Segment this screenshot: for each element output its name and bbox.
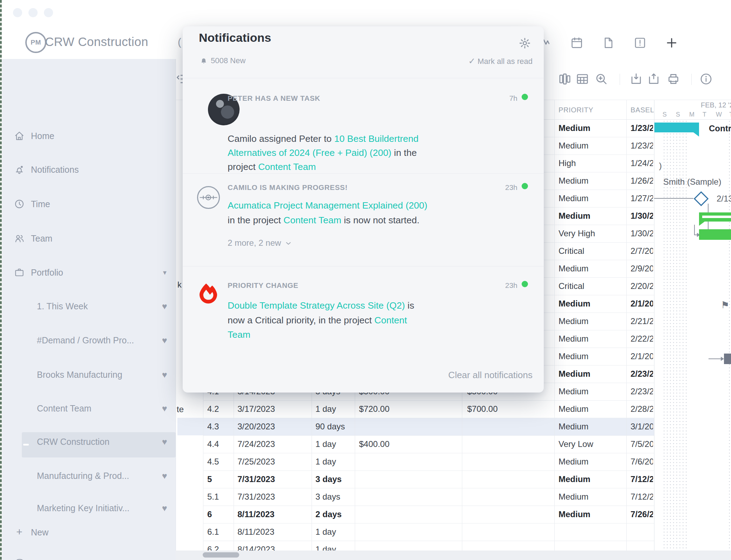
app-window: PM CRW Construction ( HomeNotificationsT… — [0, 0, 731, 560]
column-header-baseline[interactable]: BASELINE — [631, 106, 654, 114]
notification-text: project — [228, 162, 258, 172]
table-row[interactable]: 4.47/24/20231 day$400.00Very Low7/5/20 — [203, 435, 654, 453]
add-tab-icon[interactable] — [665, 36, 678, 50]
sidebar-item-label: Time — [31, 199, 50, 209]
cell-priority: Medium — [559, 369, 590, 379]
table-row[interactable]: 4.57/25/20231 dayMedium7/6/20 — [203, 453, 654, 471]
favorite-heart-icon[interactable]: ♥ — [162, 301, 167, 311]
cell-baseline: 2/9/20 — [631, 264, 653, 274]
sidebar-item-home[interactable]: Home — [2, 125, 176, 147]
cell-task-number: 4.5 — [207, 457, 219, 467]
traffic-light-zoom[interactable] — [44, 8, 53, 17]
cell-priority: Medium — [559, 264, 588, 274]
mark-all-read-button[interactable]: ✓ Mark all as read — [468, 56, 533, 66]
sidebar-project-7[interactable]: Marketing Key Initiativ...♥ — [2, 497, 176, 519]
sidebar-project-5[interactable]: CRW Construction♥ — [2, 431, 176, 453]
gantt-bar-clipped[interactable] — [724, 354, 731, 364]
gantt-bar-progress — [702, 216, 731, 218]
sidebar-project-3[interactable]: Brooks Manufacturing♥ — [2, 364, 176, 386]
board-columns-icon[interactable] — [558, 72, 572, 86]
horizontal-scrollbar[interactable] — [203, 552, 239, 558]
panel-divider — [183, 78, 544, 78]
cell-priority: Medium — [559, 211, 590, 221]
table-grid-icon[interactable] — [575, 72, 589, 86]
notification-link[interactable]: 10 Best Buildertrend — [334, 133, 418, 144]
clear-all-notifications-button[interactable]: Clear all notifications — [448, 370, 533, 381]
gantt-weekday-label: S — [663, 111, 667, 118]
chevron-down-icon[interactable]: ▾ — [163, 268, 167, 277]
notification-link[interactable]: Acumatica Project Management Explained (… — [228, 200, 427, 211]
notification-link[interactable]: Team — [228, 329, 250, 340]
notification-link[interactable]: Alternatives of 2024 (Free + Paid) (200) — [228, 147, 391, 158]
sidebar-project-label: #Demand / Growth Pro... — [37, 335, 134, 345]
notification-link[interactable]: Content Team — [283, 215, 341, 225]
cell-baseline: 2/20/2 — [631, 281, 653, 291]
project-tab-title[interactable]: CRW Construction — [45, 35, 148, 49]
cell-priority: Medium — [559, 457, 588, 467]
sidebar-project-6[interactable]: Manufacturing & Prod...♥ — [2, 465, 176, 487]
table-row[interactable]: 4.33/20/202390 daysMedium3/1/20 — [203, 418, 654, 436]
notification-text: now a Critical priority, in the project — [228, 315, 374, 325]
cell-cost-actual: $700.00 — [467, 404, 498, 414]
sidebar-project-4[interactable]: Content Team♥ — [2, 397, 176, 419]
gantt-bar-contract[interactable] — [654, 123, 699, 132]
help-button[interactable]: ?Help — [2, 554, 176, 560]
column-header-priority[interactable]: PRIORITY — [559, 106, 593, 114]
cell-duration: 3 days — [315, 492, 340, 502]
table-row[interactable]: 5.17/31/20233 daysMedium7/12/2 — [203, 488, 654, 506]
alert-square-icon[interactable] — [633, 36, 647, 50]
notification-link[interactable]: Content Team — [258, 162, 316, 172]
weekend-shading — [728, 120, 731, 551]
collapse-outline-icon[interactable] — [177, 73, 183, 85]
favorite-heart-icon[interactable]: ♥ — [162, 471, 167, 481]
gear-icon[interactable] — [518, 37, 531, 50]
notification-text-line: Double Template Strategy Across Site (Q2… — [228, 300, 414, 311]
milestone-flag-icon[interactable]: ⚑ — [721, 299, 729, 311]
cell-priority: High — [559, 158, 576, 168]
new-project-button[interactable]: +New — [2, 521, 176, 543]
expand-more-button[interactable]: 2 more, 2 new — [228, 238, 292, 248]
gantt-bar-task[interactable] — [699, 229, 731, 240]
traffic-light-minimize[interactable] — [28, 8, 38, 17]
sidebar-project-1[interactable]: 1. This Week♥ — [2, 295, 176, 317]
traffic-light-close[interactable] — [13, 8, 22, 17]
dependency-line — [694, 225, 695, 235]
import-icon[interactable] — [629, 72, 643, 86]
sidebar-item-team[interactable]: Team — [2, 228, 176, 249]
notification-link[interactable]: Double Template Strategy Across Site (Q2… — [228, 300, 405, 311]
table-row[interactable]: 4.23/17/20231 day$720.00$700.00Medium2/2… — [203, 400, 654, 418]
notification-link[interactable]: Content — [374, 315, 407, 325]
print-icon[interactable] — [666, 72, 680, 86]
favorite-heart-icon[interactable]: ♥ — [162, 370, 167, 380]
pm-logo[interactable]: PM — [25, 32, 46, 53]
favorite-heart-icon[interactable]: ♥ — [162, 437, 167, 447]
notification-text-line: Team — [228, 329, 250, 340]
milestone-diamond[interactable] — [694, 191, 709, 206]
sidebar-item-notifications[interactable]: Notifications — [2, 159, 176, 180]
sidebar-project-label: Brooks Manufacturing — [37, 370, 122, 380]
cell-date: 7/31/2023 — [237, 474, 275, 484]
gantt-bar-tail — [699, 222, 705, 226]
favorite-heart-icon[interactable]: ♥ — [162, 503, 167, 513]
cell-priority: Medium — [559, 123, 590, 133]
cell-priority: Very Low — [559, 439, 593, 449]
document-icon[interactable] — [602, 36, 615, 50]
zoom-in-icon[interactable] — [594, 72, 608, 86]
table-row[interactable]: 68/11/20232 daysMedium7/26/2 — [203, 506, 654, 523]
export-icon[interactable] — [647, 72, 661, 86]
favorite-heart-icon[interactable]: ♥ — [162, 403, 167, 414]
table-row[interactable]: 6.18/11/20231 day — [203, 523, 654, 541]
dependency-line — [709, 358, 722, 359]
calendar-icon[interactable] — [570, 36, 583, 50]
clipped-task-name: k — [177, 280, 182, 290]
sidebar-project-2[interactable]: #Demand / Growth Pro...♥ — [2, 329, 176, 351]
notification-text-line: Acumatica Project Management Explained (… — [228, 200, 427, 211]
info-icon[interactable] — [699, 72, 713, 86]
sidebar-item-label: Portfolio — [31, 268, 63, 278]
sidebar-project-label: Content Team — [37, 403, 91, 414]
sidebar-item-time[interactable]: Time — [2, 193, 176, 215]
table-row[interactable]: 57/31/20233 daysMedium7/12/2 — [203, 470, 654, 488]
sidebar-item-portfolio[interactable]: Portfolio▾ — [2, 262, 176, 283]
favorite-heart-icon[interactable]: ♥ — [162, 335, 167, 345]
cell-baseline: 1/26/2 — [631, 176, 653, 186]
